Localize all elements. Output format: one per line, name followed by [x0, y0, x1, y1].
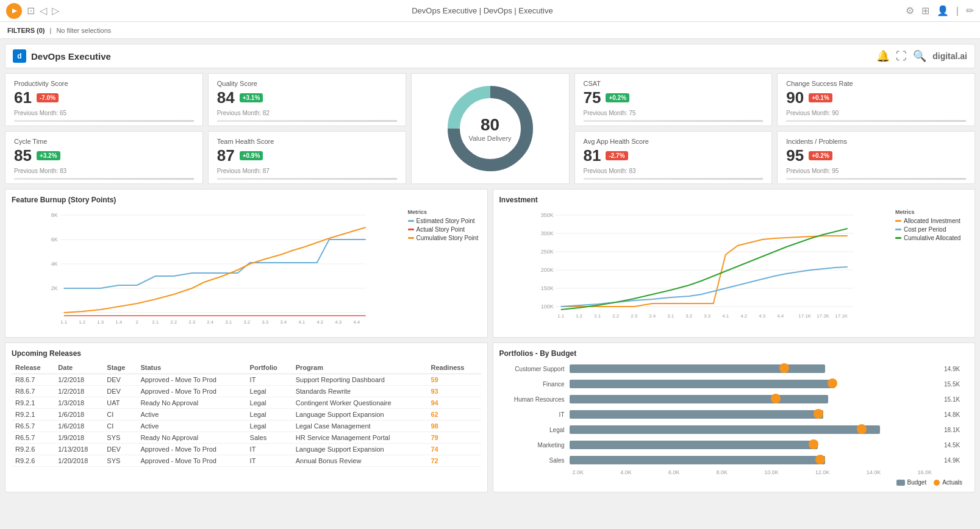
- feature-burnup-chart: Feature Burnup (Story Points) 8K 6K 4K 2…: [5, 189, 488, 338]
- portfolio-actual-dot: [815, 455, 825, 464]
- cell-stage: CI: [103, 409, 137, 421]
- kpi-incidents-sparkline: [786, 178, 966, 180]
- kpi-incidents-prev: Previous Month: 95: [786, 168, 966, 174]
- kpi-quality-value: 84 +3.1%: [217, 88, 397, 107]
- svg-text:300K: 300K: [540, 230, 553, 236]
- portfolio-row: Sales 14.9K: [499, 454, 969, 466]
- nav-back[interactable]: ◁: [40, 5, 47, 16]
- cell-program: Standards Rewrite: [292, 386, 427, 397]
- cell-stage: UAT: [103, 397, 137, 409]
- cell-stage: CI: [103, 421, 137, 432]
- svg-text:1.1: 1.1: [557, 313, 565, 319]
- kpi-app-label: Avg App Health Score: [584, 138, 764, 145]
- expand-icon[interactable]: ⛶: [896, 50, 907, 63]
- investment-title: Investment: [499, 196, 969, 204]
- kpi-change-label: Change Success Rate: [786, 80, 966, 87]
- burnup-svg: 8K 6K 4K 2K 1.1 1.2 1.3 1.4 2 2.1: [12, 209, 403, 331]
- portfolio-bar-container: [570, 439, 941, 451]
- portfolio-chart: Portfolios - By Budget Customer Support …: [493, 343, 976, 492]
- bottom-row: Upcoming Releases Release Date Stage Sta…: [5, 343, 975, 492]
- kpi-productivity-badge: -7.0%: [37, 93, 59, 102]
- cell-portfolio: IT: [246, 455, 292, 467]
- table-row[interactable]: R9.2.1 1/3/2018 UAT Ready No Approval Le…: [12, 397, 481, 409]
- dash-actions: 🔔 ⛶ 🔍 digital.ai: [876, 49, 967, 63]
- svg-text:2.1: 2.1: [594, 313, 601, 319]
- search-icon[interactable]: 🔍: [913, 49, 926, 63]
- portfolio-name: Finance: [499, 381, 570, 388]
- cell-stage: SYS: [103, 455, 137, 467]
- main-content: d DevOps Executive 🔔 ⛶ 🔍 digital.ai Prod…: [0, 39, 980, 497]
- share-icon[interactable]: ⊞: [921, 5, 929, 16]
- dashboard-header: d DevOps Executive 🔔 ⛶ 🔍 digital.ai: [5, 44, 975, 68]
- svg-text:4.1: 4.1: [722, 313, 729, 319]
- portfolio-actual-dot: [857, 424, 867, 434]
- cell-readiness: 98: [427, 421, 481, 432]
- portfolio-row: Marketing 14.5K: [499, 439, 969, 451]
- kpi-team-label: Team Health Score: [217, 138, 397, 145]
- brand-logo: digital.ai: [932, 51, 967, 61]
- cell-portfolio: Sales: [246, 432, 292, 444]
- cell-program: Support Reporting Dashboard: [292, 374, 427, 386]
- portfolio-name: Customer Support: [499, 366, 570, 372]
- alert-icon[interactable]: 🔔: [876, 49, 890, 63]
- kpi-csat-prev: Previous Month: 75: [584, 110, 764, 116]
- table-row[interactable]: R9.2.6 1/13/2018 DEV Approved - Move To …: [12, 444, 481, 455]
- kpi-productivity-sparkline: [14, 120, 194, 122]
- kpi-quality-badge: +3.1%: [240, 93, 263, 102]
- filter-icon[interactable]: ⚙: [906, 5, 914, 16]
- cell-program: Contingent Worker Questionaire: [292, 397, 427, 409]
- col-date: Date: [54, 361, 103, 374]
- cell-portfolio: Legal: [246, 386, 292, 397]
- cell-date: 1/6/2018: [54, 409, 103, 421]
- cell-stage: DEV: [103, 386, 137, 397]
- cell-date: 1/9/2018: [54, 432, 103, 444]
- cell-status: Active: [137, 421, 246, 432]
- cell-program: Language Support Expansion: [292, 409, 427, 421]
- donut-wrap: 80 Value Delivery: [442, 80, 539, 177]
- cell-status: Ready No Approval: [137, 432, 246, 444]
- table-row[interactable]: R9.2.1 1/6/2018 CI Active Legal Language…: [12, 409, 481, 421]
- nav-home[interactable]: ⊡: [27, 5, 35, 16]
- upcoming-releases: Upcoming Releases Release Date Stage Sta…: [5, 343, 488, 492]
- portfolio-row: Human Resources 15.1K: [499, 393, 969, 405]
- portfolio-budget-bar: [570, 425, 880, 434]
- separator: |: [956, 5, 959, 16]
- col-program: Program: [292, 361, 427, 374]
- kpi-cycle-label: Cycle Time: [14, 138, 194, 145]
- nav-forward[interactable]: ▷: [52, 5, 59, 16]
- table-row[interactable]: R8.6.7 1/2/2018 DEV Approved - Move To P…: [12, 374, 481, 386]
- cell-date: 1/3/2018: [54, 397, 103, 409]
- portfolio-row: Legal 18.1K: [499, 424, 969, 436]
- table-row[interactable]: R6.5.7 1/9/2018 SYS Ready No Approval Sa…: [12, 432, 481, 444]
- svg-text:2.4: 2.4: [207, 319, 214, 325]
- svg-text:1.1: 1.1: [60, 319, 68, 325]
- cell-status: Approved - Move To Prod: [137, 386, 246, 397]
- kpi-change-sparkline: [786, 120, 966, 122]
- portfolio-bar-container: [570, 378, 941, 390]
- kpi-change-prev: Previous Month: 90: [786, 110, 966, 116]
- burnup-legend: Metrics Estimated Story Point Actual Sto…: [408, 209, 481, 331]
- cell-program: Language Support Expansion: [292, 444, 427, 455]
- table-row[interactable]: R6.5.7 1/6/2018 CI Active Legal Legal Ca…: [12, 421, 481, 432]
- cell-date: 1/13/2018: [54, 444, 103, 455]
- feature-burnup-title: Feature Burnup (Story Points): [12, 196, 481, 204]
- cell-release: R9.2.1: [12, 397, 54, 409]
- svg-text:4.4: 4.4: [777, 313, 784, 319]
- svg-text:4.2: 4.2: [740, 313, 748, 319]
- kpi-csat-value: 75 +0.2%: [584, 88, 764, 107]
- table-row[interactable]: R8.6.7 1/2/2018 DEV Approved - Move To P…: [12, 386, 481, 397]
- user-icon[interactable]: 👤: [937, 5, 949, 16]
- filter-separator: |: [50, 27, 52, 34]
- svg-text:17.1K: 17.1K: [798, 313, 812, 319]
- portfolio-name: IT: [499, 411, 570, 418]
- app-logo[interactable]: [6, 3, 22, 19]
- table-row[interactable]: R9.2.6 1/20/2018 SYS Approved - Move To …: [12, 455, 481, 467]
- cell-portfolio: Legal: [246, 421, 292, 432]
- kpi-cycle-badge: +3.2%: [37, 151, 60, 160]
- edit-icon[interactable]: ✏: [966, 5, 974, 16]
- portfolio-name: Legal: [499, 427, 570, 433]
- kpi-change-badge: +0.1%: [809, 93, 832, 102]
- page-title: DevOps Executive | DevOps | Executive: [59, 6, 906, 15]
- svg-text:250K: 250K: [540, 249, 553, 255]
- portfolio-name: Marketing: [499, 442, 570, 449]
